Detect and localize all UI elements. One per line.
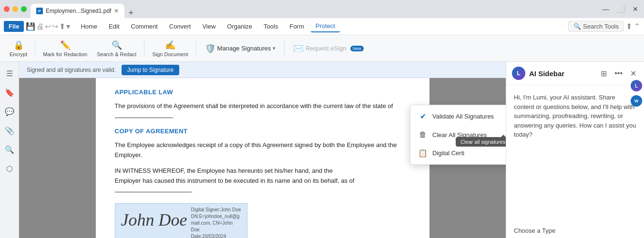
sign-doc-label: Sign Document bbox=[152, 51, 188, 57]
request-esign-badge: New bbox=[350, 46, 364, 51]
pdf-para2: The Employee acknowledges receipt of a c… bbox=[115, 140, 410, 160]
divider-1 bbox=[35, 40, 35, 57]
request-esign-btn[interactable]: ✉️ Request eSign New bbox=[288, 41, 368, 56]
menu-protect[interactable]: Protect bbox=[311, 20, 340, 32]
validate-all-sigs-item[interactable]: ✔ Validate All Signatures bbox=[410, 107, 506, 126]
manage-signatures-dropdown: ✔ Validate All Signatures 🗑 Clear All Si… bbox=[410, 105, 506, 165]
save-btn[interactable]: 💾 bbox=[26, 22, 35, 31]
menu-left: File 💾 🖨 ↩ ↪ ⬆ ▾ Home Edit Comment Conve… bbox=[4, 20, 340, 32]
new-tab-btn[interactable]: + bbox=[124, 8, 137, 18]
ai-sidebar: L AI Sidebar ⊞ ••• ✕ Hi, I'm Lumi, your … bbox=[506, 62, 644, 238]
minimize-window-btn[interactable] bbox=[12, 6, 18, 12]
signature-block: John Doe Digital Signer:John Doe DN:E=jo… bbox=[115, 203, 410, 238]
sign-doc-btn[interactable]: ✍️ Sign Document bbox=[148, 38, 192, 59]
encrypt-icon: 🔒 bbox=[13, 40, 24, 50]
word-quick-icon[interactable]: W bbox=[631, 95, 642, 107]
mark-redaction-icon: ✏️ bbox=[60, 40, 71, 50]
main-content: Signed and all signatures are valid. Jum… bbox=[19, 62, 506, 238]
menu-organize[interactable]: Organize bbox=[222, 21, 257, 32]
menu-form[interactable]: Form bbox=[285, 21, 308, 32]
encrypt-btn[interactable]: 🔒 Encrypt bbox=[6, 38, 31, 59]
ai-quick-access: L W bbox=[631, 80, 642, 107]
search-redact-label: Search & Redact bbox=[97, 51, 136, 57]
collapse-btn[interactable]: ⌃ bbox=[634, 22, 640, 31]
ai-close-btn[interactable]: ✕ bbox=[628, 68, 638, 79]
menu-tools[interactable]: Tools bbox=[259, 21, 283, 32]
left-sidebar: ☰ 🔖 💬 📎 🔍 ⬡ bbox=[0, 62, 19, 238]
sidebar-bookmark-icon[interactable]: 🔖 bbox=[2, 85, 17, 100]
ai-content: Hi, I'm Lumi, your AI assistant. Share c… bbox=[506, 85, 644, 227]
content-area: ☰ 🔖 💬 📎 🔍 ⬡ Signed and all signatures ar… bbox=[0, 62, 644, 238]
pdf-para3: IN WITNESS WHEREOF, the Employee has her… bbox=[115, 166, 410, 196]
ai-more-btn[interactable]: ••• bbox=[613, 68, 624, 79]
upload-cloud-btn[interactable]: ⬆ bbox=[626, 22, 632, 31]
maximize-window-btn[interactable] bbox=[21, 6, 27, 12]
menu-right: 🔍 Search Tools ⬆ ⌃ bbox=[568, 21, 640, 32]
toolbar: 🔒 Encrypt ✏️ Mark for Redaction 🔍 Search… bbox=[0, 35, 644, 62]
clear-sigs-icon: 🗑 bbox=[418, 130, 428, 139]
close-window-btn[interactable] bbox=[4, 6, 10, 12]
sidebar-thumbnail-icon[interactable]: ☰ bbox=[2, 66, 17, 81]
pdf-content: APPLICABLE LAW The provisions of the Agr… bbox=[96, 78, 429, 238]
tab-close-btn[interactable]: ✕ bbox=[114, 8, 119, 14]
sig-valid-text: Signed and all signatures are valid. bbox=[27, 67, 116, 73]
ai-message: Hi, I'm Lumi, your AI assistant. Share c… bbox=[514, 93, 636, 139]
blank-date bbox=[115, 192, 191, 192]
jump-to-signature-btn[interactable]: Jump to Signature bbox=[122, 65, 179, 75]
digital-cert-icon: 📋 bbox=[418, 149, 428, 158]
validate-label: Validate All Signatures bbox=[432, 113, 494, 120]
clear-sigs-tooltip: Clear all signatures on the document bbox=[456, 137, 506, 147]
divider-3 bbox=[196, 40, 196, 57]
menu-convert[interactable]: Convert bbox=[164, 21, 196, 32]
search-tools-label: Search Tools bbox=[583, 23, 619, 30]
sign-doc-icon: ✍️ bbox=[165, 40, 175, 50]
ai-choose-type: Choose a Type bbox=[506, 227, 644, 238]
validate-icon: ✔ bbox=[418, 112, 428, 121]
divider-2 bbox=[144, 40, 144, 57]
close-btn[interactable]: ✕ bbox=[631, 4, 640, 14]
ai-filter-btn[interactable]: ⊞ bbox=[599, 68, 609, 79]
manage-sig-label: Manage Signatures bbox=[217, 45, 271, 52]
app-container: File 💾 🖨 ↩ ↪ ⬆ ▾ Home Edit Comment Conve… bbox=[0, 18, 644, 238]
restore-btn[interactable]: ⬜ bbox=[615, 4, 627, 14]
search-redact-btn[interactable]: 🔍 Search & Redact bbox=[93, 38, 140, 59]
tab-title: Employmen...Signed1.pdf bbox=[46, 8, 111, 14]
share-btn[interactable]: ⬆ bbox=[59, 22, 65, 31]
minimize-btn[interactable]: — bbox=[601, 4, 611, 14]
sidebar-search-icon[interactable]: 🔍 bbox=[2, 142, 17, 157]
sig-image-block: John Doe Digital Signer:John Doe DN:E=jo… bbox=[115, 203, 247, 238]
sig-name: John Doe bbox=[121, 207, 187, 234]
lumi-avatar: L bbox=[512, 67, 525, 80]
manage-signatures-btn[interactable]: 🛡️ Manage Signatures ▾ bbox=[200, 41, 281, 56]
dropdown-arrow-btn[interactable]: ▾ bbox=[66, 22, 70, 31]
pdf-para1: The provisions of the Agreement shall be… bbox=[115, 101, 410, 121]
mark-redaction-btn[interactable]: ✏️ Mark for Redaction bbox=[39, 38, 91, 59]
sidebar-attachment-icon[interactable]: 📎 bbox=[2, 123, 17, 138]
print-btn[interactable]: 🖨 bbox=[36, 22, 44, 31]
divider-4 bbox=[284, 40, 285, 57]
file-menu-btn[interactable]: File bbox=[4, 21, 24, 32]
request-esign-label: Request eSign bbox=[306, 45, 346, 52]
menu-edit[interactable]: Edit bbox=[104, 21, 124, 32]
mark-redaction-label: Mark for Redaction bbox=[43, 51, 87, 57]
menu-comment[interactable]: Comment bbox=[126, 21, 163, 32]
lumi-quick-icon[interactable]: L bbox=[631, 80, 642, 91]
tab-favicon: P bbox=[36, 8, 43, 14]
tab-bar: P Employmen...Signed1.pdf ✕ + bbox=[31, 0, 597, 18]
ai-sidebar-title: AI Sidebar bbox=[529, 69, 595, 78]
browser-controls bbox=[4, 6, 27, 12]
menu-home[interactable]: Home bbox=[76, 21, 102, 32]
undo-btn[interactable]: ↩ bbox=[45, 22, 51, 31]
ai-sidebar-header: L AI Sidebar ⊞ ••• ✕ bbox=[506, 62, 644, 85]
menu-view[interactable]: View bbox=[197, 21, 220, 32]
search-tools-btn[interactable]: 🔍 Search Tools bbox=[568, 21, 624, 32]
search-tools-icon: 🔍 bbox=[573, 23, 581, 30]
redo-btn[interactable]: ↪ bbox=[52, 22, 58, 31]
sidebar-comment-icon[interactable]: 💬 bbox=[2, 104, 17, 119]
section2-title: COPY OF AGREEMENT bbox=[115, 127, 410, 137]
sidebar-layers-icon[interactable]: ⬡ bbox=[2, 161, 17, 176]
encrypt-label: Encrypt bbox=[10, 51, 27, 57]
browser-tab[interactable]: P Employmen...Signed1.pdf ✕ bbox=[31, 4, 124, 18]
manage-sig-icon: 🛡️ bbox=[205, 43, 215, 54]
sig-details: Digital Signer:John Doe DN:E=johndoe_nul… bbox=[191, 207, 241, 238]
